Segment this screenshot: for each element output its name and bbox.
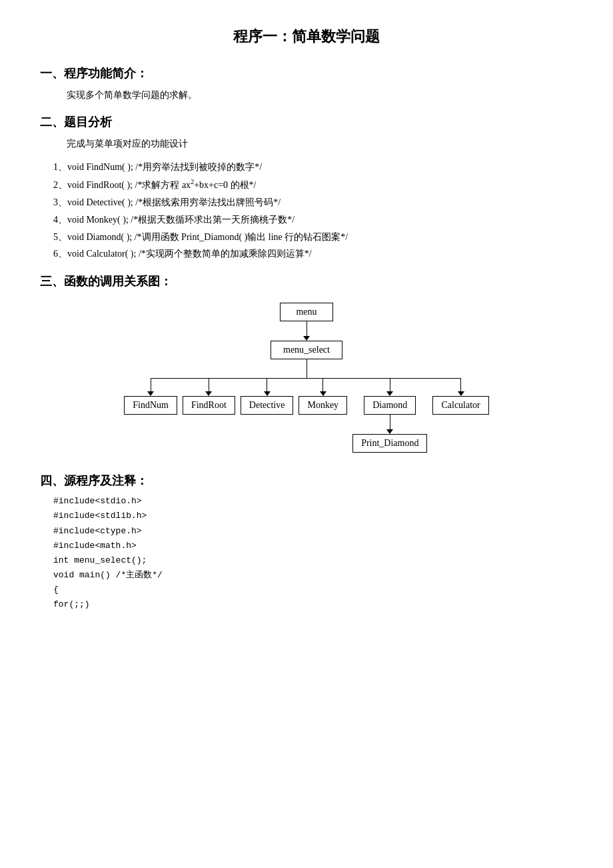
section1-heading: 一、程序功能简介： (40, 65, 573, 81)
fc-sub-vline (390, 415, 390, 429)
section2-item-0: 1、void FindNum( ); /*用穷举法找到被咬掉的数字*/ (53, 159, 573, 176)
fc-leaf-box-5: Calculator (432, 396, 488, 415)
fc-vert-line (306, 359, 307, 378)
code-line-6: { (53, 583, 573, 597)
fc-leaf-box-3: Monkey (299, 396, 347, 415)
code-line-0: #include<stdio.h> (53, 494, 573, 509)
fc-leaf-col-2: Detective (241, 378, 294, 415)
section2-item-3: 4、void Monkey( ); /*根据天数循环求出第一天所摘桃子数*/ (53, 211, 573, 229)
section4-heading: 四、源程序及注释： (40, 473, 573, 489)
fc-menu-select: menu_select (271, 341, 342, 359)
section1-content: 实现多个简单数学问题的求解。 (40, 87, 573, 103)
section2-list: 1、void FindNum( ); /*用穷举法找到被咬掉的数字*/2、voi… (40, 159, 573, 263)
page-title: 程序一：简单数学问题 (40, 27, 573, 47)
section2-item-1: 2、void FindRoot( ); /*求解方程 ax2+bx+c=0 的根… (53, 176, 573, 194)
fc-leaf-box-1: FindRoot (183, 396, 235, 415)
fc-leaf-vline-2 (267, 378, 267, 391)
section2-item-4: 5、void Diamond( ); /*调用函数 Print_Diamond(… (53, 229, 573, 246)
fc-horiz-area: FindNumFindRootDetectiveMonkeyDiamondPri… (124, 378, 489, 453)
fc-sub-arrow (386, 429, 393, 434)
fc-leaf-arrow-4 (386, 391, 393, 396)
section3-heading: 三、函数的调用关系图： (40, 273, 573, 289)
fc-leaf-vline-1 (209, 378, 209, 391)
code-line-3: #include<math.h> (53, 539, 573, 553)
code-line-4: int menu_select(); (53, 553, 573, 568)
fc-leaf-vline-4 (390, 378, 390, 391)
code-line-5: void main() /*主函数*/ (53, 568, 573, 583)
fc-leaf-arrow-3 (320, 391, 326, 396)
code-line-2: #include<ctype.h> (53, 524, 573, 539)
fc-leaf-arrow-1 (205, 391, 212, 396)
fc-sublevel-box: Print_Diamond (352, 434, 427, 453)
fc-leaf-arrow-2 (264, 391, 271, 396)
section3: 三、函数的调用关系图： menu menu_select FindNumFind… (40, 273, 573, 453)
fc-arrow1 (303, 321, 310, 341)
fc-horiz-bar (151, 378, 461, 379)
fc-menu: menu (280, 303, 333, 321)
section2-item-5: 6、void Calculator( ); /*实现两个整数简单的加减乘除四则运… (53, 245, 573, 263)
fc-branch-area: FindNumFindRootDetectiveMonkeyDiamondPri… (40, 359, 573, 453)
code-block: #include<stdio.h>#include<stdlib.h>#incl… (40, 494, 573, 612)
code-line-7: for(;;) (53, 597, 573, 612)
fc-leaf-arrow-0 (147, 391, 154, 396)
section2-heading: 二、题目分析 (40, 114, 573, 130)
section4: 四、源程序及注释： #include<stdio.h>#include<stdl… (40, 473, 573, 612)
section2-intro: 完成与菜单项对应的功能设计 (40, 135, 573, 152)
section2: 二、题目分析 完成与菜单项对应的功能设计 1、void FindNum( ); … (40, 114, 573, 263)
fc-leaf-vline-3 (322, 378, 323, 391)
section2-item-2: 3、void Detective( ); /*根据线索用穷举法找出牌照号码*/ (53, 194, 573, 211)
fc-leaf-col-5: Calculator (432, 378, 488, 415)
fc-leaf-arrow-5 (458, 391, 464, 396)
fc-leaf-box-4: Diamond (364, 396, 416, 415)
fc-leaf-vline-5 (460, 378, 461, 391)
flowchart: menu menu_select FindNumFindRootDetectiv… (40, 303, 573, 453)
fc-leaf-col-4: DiamondPrint_Diamond (352, 378, 427, 453)
fc-leaf-box-2: Detective (241, 396, 294, 415)
fc-leaves-row: FindNumFindRootDetectiveMonkeyDiamondPri… (124, 378, 489, 453)
fc-leaf-vline-0 (151, 378, 151, 391)
fc-leaf-col-3: Monkey (299, 378, 347, 415)
section1: 一、程序功能简介： 实现多个简单数学问题的求解。 (40, 65, 573, 103)
fc-leaf-col-0: FindNum (124, 378, 177, 415)
fc-leaf-box-0: FindNum (124, 396, 177, 415)
fc-leaf-col-1: FindRoot (183, 378, 235, 415)
code-line-1: #include<stdlib.h> (53, 509, 573, 523)
